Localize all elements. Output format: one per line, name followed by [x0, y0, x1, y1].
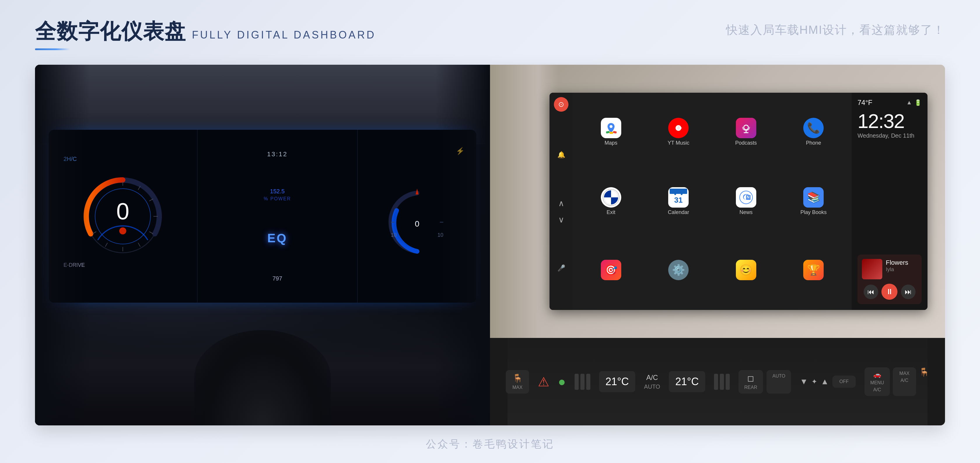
app-emoji[interactable]: 😊 [714, 238, 778, 304]
hvac-extra-btn[interactable]: 🪑 [919, 368, 929, 396]
aa-status-bar: 74°F ▲ 🔋 [858, 99, 922, 107]
pause-button[interactable]: ⏸ [881, 284, 897, 300]
aa-notification-icon[interactable]: 🔔 [556, 150, 566, 160]
hvac-menu-ac[interactable]: 🚗 MENU A/C [864, 368, 890, 396]
signal-icon: ▲ [906, 99, 912, 106]
eco-icon: ● [558, 374, 566, 389]
aa-status-icons: ▲ 🔋 [906, 99, 922, 106]
app-icon-podcasts [736, 118, 756, 138]
hvac-buttons-row: ◻ REAR AUTO [738, 370, 791, 394]
app-label-playbooks: Play Books [800, 209, 827, 215]
app-3-1[interactable]: 🎯 [579, 238, 643, 304]
cluster-speed-display: 152.5 % POWER [264, 188, 291, 202]
temp-left-display[interactable]: 21°C [599, 371, 635, 392]
hvac-seat-btn[interactable]: 🪑 MAX [506, 370, 529, 394]
right-shadow [436, 65, 490, 425]
cluster-time: 13:12 [267, 150, 288, 158]
android-auto-area: ⊙ 🔔 ∧ ∨ 🎤 [490, 65, 945, 338]
auto-label: AUTO [644, 383, 660, 390]
aa-up-icon[interactable]: ∧ [556, 198, 566, 209]
app-label-maps: Maps [605, 140, 617, 146]
svg-rect-40 [681, 189, 682, 195]
title-main: 全数字化仪表盘 FULLY DIGITAL DASHBOARD [35, 18, 376, 46]
footer: 公众号：卷毛鸭设计笔记 [35, 437, 945, 451]
svg-point-12 [119, 228, 126, 234]
app-icon-emoji: 😊 [736, 260, 756, 280]
app-exit[interactable]: Exit [579, 168, 643, 234]
app-label-calendar: Calendar [668, 209, 689, 215]
app-ytmusic[interactable]: YT Music [646, 99, 711, 165]
song-artist: Iyla [886, 266, 908, 273]
app-icon-settings: ⚙️ [668, 260, 689, 280]
aa-temperature: 74°F [858, 99, 872, 107]
app-calendar[interactable]: 31 Calendar [646, 168, 711, 234]
eq-indicator: EQ [267, 231, 288, 245]
app-label-exit: Exit [607, 209, 616, 215]
app-phone[interactable]: 📞 Phone [781, 99, 846, 165]
hvac-rear-btn[interactable]: ◻ REAR [738, 370, 763, 394]
main-screen[interactable]: ⊙ 🔔 ∧ ∨ 🎤 [549, 93, 928, 310]
next-button[interactable]: ⏭ [901, 285, 916, 299]
left-pillar [490, 65, 558, 338]
warning-icon: ⚠ [538, 374, 549, 389]
car-icon: 🚗 [873, 371, 881, 379]
hvac-max-ac[interactable]: MAX A/C [893, 368, 916, 396]
app-4-4[interactable]: 🏆 [781, 238, 846, 304]
app-maps[interactable]: Maps [579, 99, 643, 165]
app-news[interactable]: G N News [714, 168, 778, 234]
app-label-ytmusic: YT Music [668, 140, 689, 146]
aa-mic-icon[interactable]: 🎤 [556, 263, 566, 274]
prev-button[interactable]: ⏮ [864, 285, 878, 299]
images-row: 0 2H/C E-DRIVE 13:12 152.5 [35, 65, 945, 425]
svg-point-32 [744, 125, 748, 130]
fan-up-btn[interactable]: ▲ [821, 377, 829, 386]
app-icon-3-1: 🎯 [601, 260, 621, 280]
hvac-auto-btn[interactable]: AUTO [767, 370, 791, 394]
center-cluster: 13:12 152.5 % POWER EQ 797 [197, 130, 358, 303]
aa-clock: 12:32 [858, 111, 922, 131]
seat-heat-icon: 🪑 [512, 374, 523, 383]
dashboard-scene: 0 2H/C E-DRIVE 13:12 152.5 [35, 65, 490, 425]
app-icon-calendar: 31 [668, 187, 689, 208]
svg-line-9 [105, 243, 108, 247]
temp-right-display[interactable]: 21°C [669, 371, 705, 392]
svg-rect-39 [675, 189, 676, 195]
page-container: 全数字化仪表盘 FULLY DIGITAL DASHBOARD 快速入局车载HM… [0, 0, 980, 463]
left-dashboard-image: 0 2H/C E-DRIVE 13:12 152.5 [35, 65, 490, 425]
cluster-power-label: % POWER [264, 196, 291, 202]
rear-icon: ◻ [747, 374, 754, 383]
right-panel-image: ⊙ 🔔 ∧ ∨ 🎤 [490, 65, 945, 425]
title-english: FULLY DIGITAL DASHBOARD [192, 29, 376, 41]
app-settings[interactable]: ⚙️ [646, 238, 711, 304]
aa-music-controls: ⏮ ⏸ ⏭ [862, 284, 917, 300]
hvac-section: 🪑 MAX ⚠ ● 21°C [490, 338, 945, 425]
app-icon-bmw [601, 187, 621, 208]
app-label-phone: Phone [806, 140, 821, 146]
title-chinese: 全数字化仪表盘 [35, 18, 186, 46]
ac-mode-display: A/C AUTO [644, 374, 660, 390]
cluster-speed-label: 152.5 [264, 188, 291, 195]
app-icon-playbooks: 📚 [803, 187, 824, 208]
ac-label: A/C [646, 374, 658, 382]
off-btn[interactable]: OFF [832, 375, 856, 388]
cluster-range: 797 [272, 275, 282, 282]
subtitle-right: 快速入局车载HMI设计，看这篇就够了！ [726, 22, 945, 38]
app-playbooks[interactable]: 📚 Play Books [781, 168, 846, 234]
aa-sidebar: ⊙ 🔔 ∧ ∨ 🎤 [549, 93, 573, 310]
aa-down-icon[interactable]: ∨ [556, 215, 566, 225]
app-icon-4-4: 🏆 [803, 260, 824, 280]
fan-controls: ▼ ✦ ▲ OFF [800, 375, 856, 388]
music-info: Flowers Iyla [886, 259, 908, 273]
app-podcasts[interactable]: Podcasts [714, 99, 778, 165]
battery-icon: 🔋 [915, 99, 922, 106]
svg-text:10: 10 [391, 232, 397, 238]
seat-heat-label: MAX [512, 385, 523, 390]
fan-down-btn[interactable]: ▼ [800, 377, 808, 386]
title-underline [35, 48, 70, 50]
svg-rect-38 [670, 189, 687, 194]
footer-text: 公众号：卷毛鸭设计笔记 [426, 438, 554, 450]
aa-home-button[interactable]: ⊙ [554, 97, 568, 112]
title-block: 全数字化仪表盘 FULLY DIGITAL DASHBOARD [35, 18, 376, 50]
song-title: Flowers [886, 259, 908, 266]
svg-text:N: N [747, 195, 749, 199]
